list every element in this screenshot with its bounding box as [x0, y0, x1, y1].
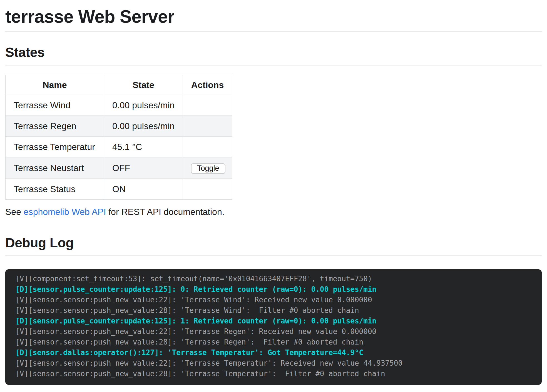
log-line: [D][sensor.pulse_counter:update:125]: 1:… — [15, 316, 533, 326]
cell-entity-state: 0.00 pulses/min — [104, 95, 183, 116]
api-note-suffix: for REST API documentation. — [106, 207, 224, 217]
cell-entity-name: Terrasse Temperatur — [6, 137, 104, 157]
log-line: [V][sensor.sensor:push_new_value:28]: 'T… — [15, 305, 533, 316]
toggle-button[interactable]: Toggle — [191, 163, 225, 174]
cell-entity-actions — [183, 116, 232, 137]
table-header-row: NameStateActions — [6, 75, 232, 95]
log-line: [V][sensor.sensor:push_new_value:22]: 'T… — [15, 358, 533, 368]
log-line: [V][sensor.sensor:push_new_value:28]: 'T… — [15, 368, 533, 379]
column-header-state: State — [104, 75, 183, 95]
cell-entity-actions: Toggle — [183, 157, 232, 179]
log-line: [D][sensor.pulse_counter:update:125]: 0:… — [15, 284, 533, 295]
states-heading: States — [5, 44, 542, 61]
debug-log-heading: Debug Log — [5, 235, 542, 251]
log-line: [V][sensor.sensor:push_new_value:22]: 'T… — [15, 326, 533, 337]
table-row: Terrasse Regen0.00 pulses/min — [6, 116, 232, 137]
log-line: [D][sensor.dallas:operator():127]: 'Terr… — [15, 347, 533, 358]
log-line: [V][component:set_timeout:53]: set_timeo… — [15, 273, 533, 284]
debug-divider — [5, 255, 542, 256]
cell-entity-name: Terrasse Wind — [6, 95, 104, 116]
column-header-actions: Actions — [183, 75, 232, 95]
api-note-prefix: See — [5, 207, 24, 217]
cell-entity-state: ON — [104, 179, 183, 200]
cell-entity-name: Terrasse Status — [6, 179, 104, 200]
states-table: NameStateActions Terrasse Wind0.00 pulse… — [5, 75, 232, 200]
cell-entity-state: OFF — [104, 157, 183, 179]
table-row: Terrasse StatusON — [6, 179, 232, 200]
title-divider — [5, 31, 542, 32]
table-row: Terrasse Temperatur45.1 °C — [6, 137, 232, 157]
cell-entity-actions — [183, 179, 232, 200]
api-note: See esphomelib Web API for REST API docu… — [5, 206, 542, 217]
debug-log-console[interactable]: [V][component:set_timeout:53]: set_timeo… — [5, 269, 542, 385]
cell-entity-actions — [183, 137, 232, 157]
column-header-name: Name — [6, 75, 104, 95]
page: terrasse Web Server States NameStateActi… — [5, 6, 542, 385]
page-title: terrasse Web Server — [5, 6, 542, 27]
log-line: [V][sensor.sensor:push_new_value:28]: 'T… — [15, 337, 533, 347]
table-row: Terrasse Wind0.00 pulses/min — [6, 95, 232, 116]
cell-entity-name: Terrasse Regen — [6, 116, 104, 137]
cell-entity-state: 0.00 pulses/min — [104, 116, 183, 137]
cell-entity-name: Terrasse Neustart — [6, 157, 104, 179]
table-row: Terrasse NeustartOFFToggle — [6, 157, 232, 179]
states-table-body: Terrasse Wind0.00 pulses/minTerrasse Reg… — [6, 95, 232, 200]
esphomelib-web-api-link[interactable]: esphomelib Web API — [24, 207, 106, 217]
cell-entity-actions — [183, 95, 232, 116]
states-divider — [5, 65, 542, 66]
log-line: [V][sensor.sensor:push_new_value:22]: 'T… — [15, 295, 533, 305]
cell-entity-state: 45.1 °C — [104, 137, 183, 157]
